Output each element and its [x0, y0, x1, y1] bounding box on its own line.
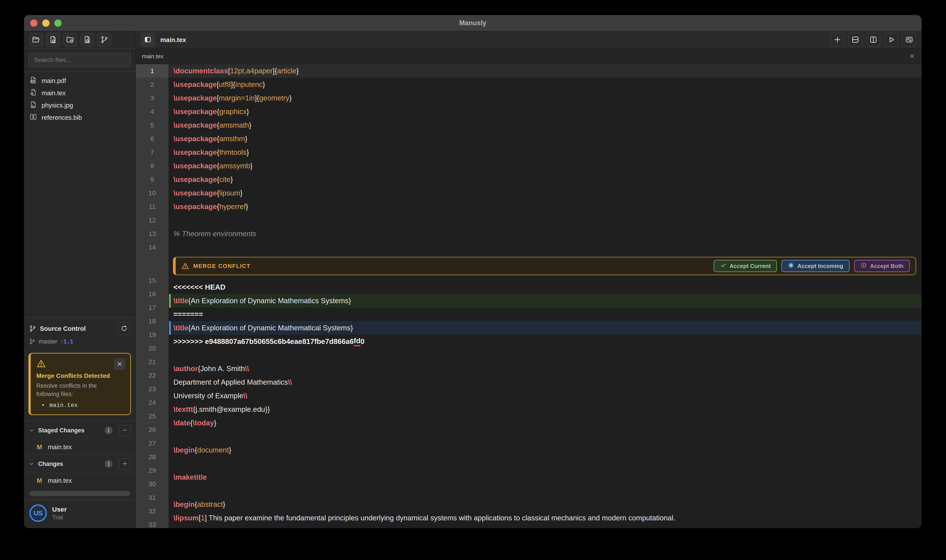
staged-file-row[interactable]: M main.tex	[24, 440, 135, 454]
close-window-button[interactable]	[30, 20, 37, 27]
preview-panel-button[interactable]	[902, 33, 916, 47]
sidebar: PDF main.pdf main.tex physics.jpg refere…	[24, 31, 136, 528]
code-line-1[interactable]: \documentclass[12pt,a4paper]{article}	[169, 64, 921, 78]
code-area[interactable]: \documentclass[12pt,a4paper]{article}\us…	[169, 64, 921, 528]
chevron-down-icon	[28, 427, 35, 434]
code-line-5[interactable]: \usepackage{amsmath}	[169, 118, 921, 132]
new-folder-button[interactable]	[63, 33, 77, 47]
warning-title: Merge Conflicts Detected	[36, 372, 126, 379]
warning-icon	[182, 262, 189, 270]
code-line-20[interactable]	[169, 348, 921, 362]
code-line-21[interactable]: \author{John A. Smith\\	[169, 362, 921, 375]
code-line-4[interactable]: \usepackage{graphicx}	[169, 105, 921, 118]
tab-main-tex[interactable]: main.tex	[142, 53, 909, 60]
import-file-button[interactable]	[80, 33, 94, 47]
code-line-27[interactable]: \begin{document}	[169, 443, 921, 457]
code-line-10[interactable]: \usepackage{lipsum}	[169, 186, 921, 200]
run-build-button[interactable]	[884, 33, 898, 47]
code-line-19[interactable]: >>>>>>> e9488807a67b50655c6b4eae817fbe7d…	[169, 335, 921, 348]
line-number: 19	[136, 328, 169, 342]
new-file-button[interactable]	[46, 33, 60, 47]
code-line-16[interactable]: \title{An Exploration of Dynamic Mathema…	[169, 294, 921, 308]
code-line-17[interactable]: =======	[169, 308, 921, 321]
editor-actions	[831, 33, 916, 47]
stage-all-button[interactable]	[119, 458, 131, 469]
code-line-22[interactable]: Department of Applied Mathematics\\	[169, 375, 921, 389]
token-w: }	[296, 67, 299, 75]
token-w: }	[231, 175, 233, 184]
dismiss-warning-button[interactable]	[114, 358, 126, 370]
code-line-11[interactable]: \usepackage{hyperref}	[169, 200, 921, 214]
token-cmd: \\	[288, 378, 292, 386]
split-horizontal-button[interactable]	[848, 33, 862, 47]
code-line-26[interactable]	[169, 430, 921, 443]
file-item-main-pdf[interactable]: PDF main.pdf	[24, 75, 135, 87]
token-org: 1	[201, 514, 205, 522]
user-section[interactable]: US User Trial	[24, 500, 135, 528]
code-line-29[interactable]: \maketitle	[169, 471, 921, 484]
code-line-30[interactable]	[169, 484, 921, 498]
code-line-7[interactable]: \usepackage{thmtools}	[169, 146, 921, 159]
file-item-references-bib[interactable]: references.bib	[24, 111, 135, 124]
code-line-31[interactable]: \begin{abstract}	[169, 498, 921, 511]
new-tab-button[interactable]	[831, 33, 844, 47]
toggle-sidebar-button[interactable]	[141, 33, 155, 47]
code-line-9[interactable]: \usepackage{cite}	[169, 173, 921, 186]
unstage-all-button[interactable]	[119, 425, 131, 436]
branch-row[interactable]: master ↑1↓1	[24, 336, 135, 349]
avatar: US	[29, 505, 47, 522]
token-w: }	[214, 419, 216, 427]
refresh-button[interactable]	[118, 322, 131, 335]
code-line-23[interactable]: University of Example\\	[169, 389, 921, 403]
git-branch-button[interactable]	[97, 33, 111, 47]
code-line-8[interactable]: \usepackage{amssymb}	[169, 159, 921, 173]
accept-current-button[interactable]: Accept Current	[714, 260, 777, 272]
code-line-3[interactable]: \usepackage[margin=1in]{geometry}	[169, 91, 921, 105]
code-line-32[interactable]: \lipsum[1] This paper examine the fundam…	[169, 511, 921, 525]
open-folder-button[interactable]	[29, 33, 43, 47]
line-number: 24	[136, 396, 169, 409]
sidebar-toolbar	[24, 31, 135, 49]
staged-changes-header[interactable]: Staged Changes 1	[24, 421, 135, 440]
changed-file-row[interactable]: M main.tex	[24, 473, 135, 488]
plus-circle-icon	[860, 262, 867, 270]
code-line-14[interactable]	[169, 241, 921, 254]
code-line-6[interactable]: \usepackage{amsthm}	[169, 132, 921, 146]
accept-incoming-button[interactable]: Accept Incoming	[781, 260, 849, 272]
token-cmd: \usepackage	[174, 80, 217, 89]
line-number: 32	[136, 505, 169, 518]
token-org: hyperref	[219, 203, 246, 211]
line-number: 10	[136, 186, 169, 200]
code-line-12[interactable]	[169, 214, 921, 227]
code-line-25[interactable]: \date{\today}	[169, 416, 921, 430]
code-line-18[interactable]: \title{An Exploration of Dynamic Mathema…	[169, 321, 921, 335]
code-line-2[interactable]: \usepackage[utf8]{inputenc}	[169, 78, 921, 91]
close-tab-button[interactable]	[909, 53, 915, 60]
conflicted-file[interactable]: main.tex	[36, 402, 126, 409]
line-number: 18	[136, 314, 169, 328]
changes-header[interactable]: Changes 1	[24, 454, 135, 473]
code-line-33[interactable]: \end{abstract}	[169, 525, 921, 528]
sidebar-scrollbar[interactable]	[29, 491, 130, 496]
token-w: }	[289, 94, 292, 102]
line-number-gutter: 1234567891011121314 15161718192021222324…	[136, 64, 169, 528]
file-item-main-tex[interactable]: main.tex	[24, 87, 135, 99]
token-cmd: \\	[243, 392, 247, 400]
git-branch-icon	[100, 35, 108, 45]
accept-both-button[interactable]: Accept Both	[854, 260, 910, 272]
file-item-physics-jpg[interactable]: physics.jpg	[24, 99, 135, 111]
zoom-window-button[interactable]	[54, 20, 62, 27]
sidebar-toggle-icon	[144, 36, 152, 44]
token-cmd: \date	[174, 419, 190, 427]
code-line-15[interactable]: <<<<<<< HEAD	[169, 280, 921, 294]
search-input[interactable]	[28, 53, 131, 67]
code-line-13[interactable]: % Theorem environments	[169, 227, 921, 241]
token-w: [	[217, 80, 219, 89]
close-icon	[909, 53, 915, 60]
minimize-window-button[interactable]	[42, 20, 49, 27]
token-org: utf8	[219, 80, 231, 89]
code-line-28[interactable]	[169, 457, 921, 471]
code-line-24[interactable]: \texttt{j.smith@example.edu}}	[169, 403, 921, 416]
token-w: {	[217, 203, 219, 211]
split-vertical-button[interactable]	[866, 33, 880, 47]
